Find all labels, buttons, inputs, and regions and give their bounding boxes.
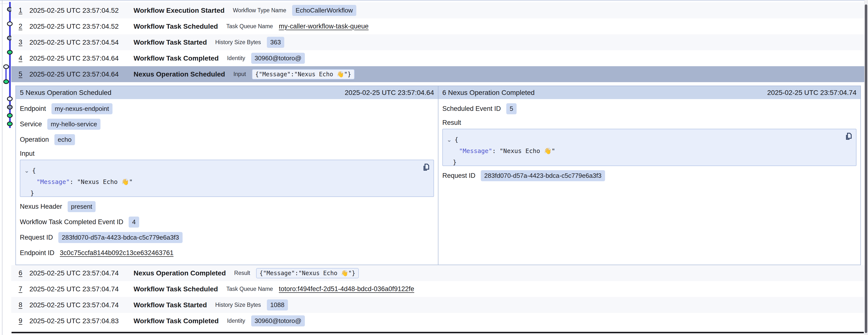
- event-detail-body: Scheduled Event ID5Result⌄{"Message": "N…: [438, 99, 860, 264]
- event-attr-json-badge: {"Message":"Nexus Echo 👋"}: [256, 268, 359, 278]
- event-timestamp: 2025-02-25 UTC 23:57:04.52: [29, 7, 133, 15]
- event-id-link[interactable]: 4: [19, 54, 29, 62]
- detail-field-row: Servicemy-hello-service: [20, 116, 434, 132]
- event-row[interactable]: 62025-02-25 UTC 23:57:04.74Nexus Operati…: [11, 265, 865, 281]
- collapse-chevron-icon[interactable]: ⌄: [447, 136, 452, 143]
- field-label: Nexus Header: [20, 203, 62, 211]
- event-type-name: Nexus Operation Scheduled: [133, 71, 225, 78]
- event-id-link[interactable]: 7: [19, 285, 29, 293]
- event-attr-label: Result: [234, 270, 250, 276]
- json-open-brace: {: [455, 136, 458, 143]
- detail-field-row: Nexus Headerpresent: [20, 199, 434, 214]
- event-timestamp: 2025-02-25 UTC 23:57:04.64: [29, 71, 133, 78]
- event-type-name: Workflow Task Started: [133, 38, 207, 46]
- field-value-badge: my-nexus-endpoint: [52, 103, 113, 114]
- copy-button[interactable]: [421, 163, 430, 172]
- field-value-badge: 4: [129, 217, 139, 228]
- event-id-link[interactable]: 8: [19, 301, 29, 309]
- field-label: Scheduled Event ID: [442, 105, 501, 113]
- event-attr-badge: 30960@totoro@: [251, 53, 305, 64]
- timeline-node-event-6[interactable]: [3, 80, 9, 84]
- event-timestamp: 2025-02-25 UTC 23:57:04.54: [29, 38, 133, 46]
- json-payload-block: ⌄{"Message": "Nexus Echo 👋"}: [442, 129, 857, 166]
- field-value-badge: echo: [54, 134, 75, 145]
- event-detail-panel: 6 Nexus Operation Completed2025-02-25 UT…: [438, 86, 860, 264]
- event-attr-badge: 1088: [267, 300, 288, 310]
- event-detail-title: 5 Nexus Operation Scheduled: [20, 89, 112, 96]
- field-value-link[interactable]: 3c0c75ccfa8144b092c13ce632463761: [60, 249, 174, 257]
- event-attr-badge: 30960@totoro@: [251, 315, 305, 327]
- field-label: Result: [442, 119, 461, 127]
- event-attr-link[interactable]: my-caller-workflow-task-queue: [279, 23, 369, 30]
- json-payload-block: ⌄{"Message": "Nexus Echo 👋"}: [20, 160, 434, 197]
- json-open-brace: {: [32, 167, 36, 174]
- event-detail-header: 5 Nexus Operation Scheduled2025-02-25 UT…: [16, 86, 438, 99]
- event-id-link[interactable]: 6: [19, 269, 29, 277]
- vertical-scrollbar-track[interactable]: [864, 0, 868, 335]
- field-label: Endpoint ID: [20, 249, 54, 257]
- event-timestamp: 2025-02-25 UTC 23:57:04.74: [29, 301, 133, 309]
- event-attr-label: Task Queue Name: [226, 286, 273, 292]
- event-timestamp: 2025-02-25 UTC 23:57:04.64: [29, 54, 133, 62]
- event-row[interactable]: 92025-02-25 UTC 23:57:04.83Workflow Task…: [11, 313, 865, 329]
- field-value-badge: present: [68, 201, 96, 212]
- json-line: }: [447, 157, 852, 168]
- json-key: "Message": [36, 178, 70, 186]
- detail-field-row: Scheduled Event ID5: [442, 101, 857, 116]
- collapse-chevron-icon[interactable]: ⌄: [24, 167, 29, 174]
- copy-icon: [422, 163, 430, 172]
- event-attr-badge: EchoCallerWorkflow: [292, 5, 356, 16]
- vertical-scrollbar-thumb[interactable]: [865, 4, 867, 333]
- field-value-badge: 5: [506, 103, 517, 114]
- event-row[interactable]: 22025-02-25 UTC 23:57:04.52Workflow Task…: [11, 19, 865, 34]
- event-id-link[interactable]: 5: [19, 71, 29, 78]
- field-value-badge: 283fd070-d57a-4423-bdca-c5c779e6a3f3: [58, 232, 183, 243]
- event-rows-top: 12025-02-25 UTC 23:57:04.52Workflow Exec…: [11, 2, 865, 82]
- field-label: Input: [20, 150, 35, 158]
- event-row[interactable]: 42025-02-25 UTC 23:57:04.64Workflow Task…: [11, 50, 865, 66]
- event-type-name: Nexus Operation Completed: [133, 269, 226, 277]
- horizontal-scrollbar[interactable]: [11, 332, 864, 333]
- event-detail-timestamp: 2025-02-25 UTC 23:57:04.64: [345, 89, 434, 96]
- event-timestamp: 2025-02-25 UTC 23:57:04.74: [29, 285, 133, 293]
- event-type-name: Workflow Task Started: [133, 301, 207, 309]
- event-id-link[interactable]: 1: [19, 7, 29, 14]
- event-attr-link[interactable]: totoro:f494fecf-2d51-4d48-bdcd-036a0f912…: [279, 285, 414, 293]
- event-history-table: 12025-02-25 UTC 23:57:04.52Workflow Exec…: [11, 2, 865, 329]
- event-row[interactable]: 82025-02-25 UTC 23:57:04.74Workflow Task…: [11, 297, 865, 313]
- event-row[interactable]: 52025-02-25 UTC 23:57:04.64Nexus Operati…: [11, 66, 865, 82]
- copy-icon: [844, 132, 852, 141]
- field-label: Endpoint: [20, 105, 46, 113]
- detail-field-row: Request ID283fd070-d57a-4423-bdca-c5c779…: [442, 168, 857, 184]
- event-row[interactable]: 32025-02-25 UTC 23:57:04.54Workflow Task…: [11, 34, 865, 50]
- field-label: Service: [20, 120, 42, 128]
- json-line: ⌄{: [447, 134, 852, 145]
- json-close-brace: }: [453, 159, 457, 166]
- field-value-badge: my-hello-service: [47, 119, 100, 130]
- timeline-node-event-5[interactable]: [3, 64, 9, 69]
- event-attr-badge: 363: [267, 37, 284, 48]
- event-id-link[interactable]: 3: [19, 38, 29, 46]
- event-attr-label: Task Queue Name: [226, 23, 273, 30]
- copy-button[interactable]: [844, 132, 852, 141]
- event-id-link[interactable]: 2: [19, 23, 29, 30]
- detail-field-row: Endpoint ID3c0c75ccfa8144b092c13ce632463…: [20, 245, 434, 261]
- event-rows-bottom: 62025-02-25 UTC 23:57:04.74Nexus Operati…: [11, 265, 865, 329]
- event-type-name: Workflow Task Scheduled: [133, 23, 218, 30]
- event-attr-label: History Size Bytes: [215, 302, 261, 308]
- field-label: Operation: [20, 136, 49, 143]
- detail-field-row: Workflow Task Completed Event ID4: [20, 214, 434, 230]
- event-attr-label: Workflow Type Name: [233, 7, 286, 14]
- detail-field-row: Request ID283fd070-d57a-4423-bdca-c5c779…: [20, 230, 434, 245]
- event-row[interactable]: 72025-02-25 UTC 23:57:04.74Workflow Task…: [11, 281, 865, 297]
- event-detail-title: 6 Nexus Operation Completed: [442, 89, 535, 96]
- event-type-name: Workflow Task Scheduled: [133, 285, 218, 293]
- workflow-history-screen: 12025-02-25 UTC 23:57:04.52Workflow Exec…: [0, 0, 868, 335]
- field-label: Request ID: [442, 172, 475, 179]
- event-attr-json-badge: {"Message":"Nexus Echo 👋"}: [252, 69, 354, 80]
- event-id-link[interactable]: 9: [19, 317, 29, 325]
- event-row[interactable]: 12025-02-25 UTC 23:57:04.52Workflow Exec…: [11, 2, 865, 19]
- field-value-badge: 283fd070-d57a-4423-bdca-c5c779e6a3f3: [481, 170, 605, 181]
- json-key: "Message": [459, 147, 492, 155]
- event-detail-panel: 5 Nexus Operation Scheduled2025-02-25 UT…: [16, 86, 438, 264]
